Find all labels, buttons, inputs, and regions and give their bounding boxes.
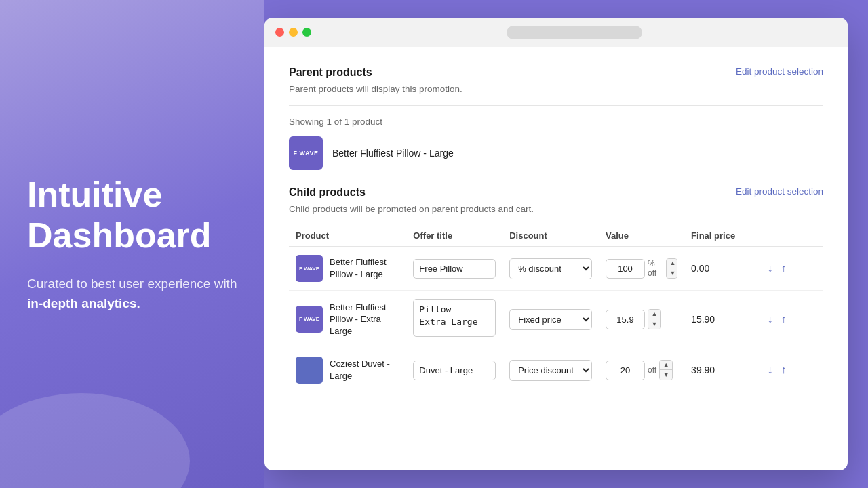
row1-move-down[interactable]: ↓	[766, 261, 774, 276]
row3-thumb: — —	[296, 357, 323, 384]
row2-value-cell: ▲ ▼	[599, 291, 684, 348]
row3-stepper: ▲ ▼	[659, 360, 673, 380]
row1-stepper-up[interactable]: ▲	[667, 259, 677, 268]
row1-value-suffix: % off	[648, 259, 663, 278]
parent-section-title: Parent products	[289, 66, 372, 79]
parent-product-thumb: F WAVE	[289, 136, 323, 170]
table-row: — — Coziest Duvet - Large % discount Fix…	[289, 348, 823, 392]
window-wrap: Parent products Edit product selection P…	[264, 0, 868, 488]
child-section-title: Child products	[289, 186, 366, 199]
row2-stepper-up[interactable]: ▲	[648, 310, 660, 319]
row2-discount-select[interactable]: % discount Fixed price Price discount	[509, 309, 592, 330]
row1-final-price: 0.00	[691, 263, 709, 274]
close-button[interactable]	[275, 28, 284, 37]
window-content: Parent products Edit product selection P…	[264, 47, 848, 470]
row1-final-cell: 0.00	[684, 247, 759, 291]
row1-product-cell: F WAVE Better Fluffiest Pillow - Large	[289, 247, 406, 291]
row2-actions-cell: ↓ ↑	[759, 291, 823, 348]
parent-product-row: F WAVE Better Fluffiest Pillow - Large	[289, 136, 823, 170]
row1-actions-cell: ↓ ↑	[759, 247, 823, 291]
child-edit-link[interactable]: Edit product selection	[736, 186, 823, 197]
row3-actions-cell: ↓ ↑	[759, 348, 823, 392]
row3-product-cell: — — Coziest Duvet - Large	[289, 348, 406, 392]
row1-stepper-down[interactable]: ▼	[667, 268, 677, 278]
row1-stepper: ▲ ▼	[666, 258, 677, 279]
row1-value-input[interactable]	[606, 259, 645, 279]
hero-title: Intuitive Dashboard	[27, 175, 237, 256]
products-table: Product Offer title Discount Value Final…	[289, 225, 823, 392]
row1-move-up[interactable]: ↑	[779, 261, 787, 276]
row2-stepper-down[interactable]: ▼	[648, 319, 660, 329]
child-section-desc: Child products will be promoted on paren…	[289, 204, 823, 214]
row2-final-price: 15.90	[691, 314, 715, 325]
row3-value-wrapper: off ▲ ▼	[606, 360, 677, 380]
row1-value-wrapper: % off ▲ ▼	[606, 258, 677, 279]
maximize-button[interactable]	[302, 28, 311, 37]
parent-edit-link[interactable]: Edit product selection	[736, 66, 823, 77]
row3-final-cell: 39.90	[684, 348, 759, 392]
row2-product-cell: F WAVE Better Fluffiest Pillow - Extra L…	[289, 291, 406, 348]
row3-stepper-down[interactable]: ▼	[660, 370, 672, 380]
col-header-discount: Discount	[502, 225, 599, 247]
child-section-header: Child products Edit product selection	[289, 186, 823, 199]
row1-offer-input[interactable]	[413, 259, 496, 279]
minimize-button[interactable]	[289, 28, 298, 37]
row2-move-down[interactable]: ↓	[766, 312, 774, 327]
row3-actions: ↓ ↑	[766, 363, 816, 378]
row2-offer-cell: Pillow - Extra Large	[406, 291, 502, 348]
row3-discount-cell: % discount Fixed price Price discount	[502, 348, 599, 392]
row2-value-wrapper: ▲ ▼	[606, 309, 677, 329]
showing-count: Showing 1 of 1 product	[289, 117, 823, 127]
row3-move-up[interactable]: ↑	[779, 363, 787, 378]
parent-divider	[289, 105, 823, 106]
row1-offer-cell	[406, 247, 502, 291]
row2-final-cell: 15.90	[684, 291, 759, 348]
row1-product-info: F WAVE Better Fluffiest Pillow - Large	[296, 255, 399, 282]
row2-product-info: F WAVE Better Fluffiest Pillow - Extra L…	[296, 302, 399, 338]
col-header-final: Final price	[684, 225, 759, 247]
titlebar-center	[311, 26, 837, 39]
row2-product-name: Better Fluffiest Pillow - Extra Large	[330, 302, 399, 338]
col-header-product: Product	[289, 225, 406, 247]
row3-value-cell: off ▲ ▼	[599, 348, 684, 392]
row1-discount-cell: % discount Fixed price Price discount	[502, 247, 599, 291]
row1-discount-select[interactable]: % discount Fixed price Price discount	[509, 258, 592, 279]
parent-section-header: Parent products Edit product selection	[289, 66, 823, 79]
col-header-actions	[759, 225, 823, 247]
row3-stepper-up[interactable]: ▲	[660, 361, 672, 370]
titlebar	[264, 18, 848, 47]
traffic-lights	[275, 28, 311, 37]
row3-offer-input[interactable]	[413, 361, 496, 380]
left-panel: Intuitive Dashboard Curated to best user…	[0, 0, 264, 488]
row2-stepper: ▲ ▼	[648, 309, 661, 329]
row3-move-down[interactable]: ↓	[766, 363, 774, 378]
parent-section-desc: Parent products will display this promot…	[289, 84, 823, 94]
table-row: F WAVE Better Fluffiest Pillow - Extra L…	[289, 291, 823, 348]
row1-thumb: F WAVE	[296, 255, 323, 282]
row2-thumb: F WAVE	[296, 306, 323, 333]
row3-discount-select[interactable]: % discount Fixed price Price discount	[509, 360, 592, 381]
app-window: Parent products Edit product selection P…	[264, 18, 848, 470]
row3-final-price: 39.90	[691, 365, 715, 375]
parent-product-name: Better Fluffiest Pillow - Large	[332, 148, 454, 159]
row3-value-suffix: off	[648, 365, 656, 375]
row3-offer-cell	[406, 348, 502, 392]
row3-product-info: — — Coziest Duvet - Large	[296, 357, 399, 384]
row2-actions: ↓ ↑	[766, 312, 816, 327]
url-bar[interactable]	[507, 26, 642, 39]
row2-move-up[interactable]: ↑	[779, 312, 787, 327]
table-row: F WAVE Better Fluffiest Pillow - Large %…	[289, 247, 823, 291]
row2-offer-input[interactable]: Pillow - Extra Large	[413, 299, 496, 337]
row3-value-input[interactable]	[606, 361, 645, 380]
row1-value-cell: % off ▲ ▼	[599, 247, 684, 291]
table-header-row: Product Offer title Discount Value Final…	[289, 225, 823, 247]
row3-product-name: Coziest Duvet - Large	[330, 358, 399, 382]
row1-product-name: Better Fluffiest Pillow - Large	[330, 256, 399, 280]
row2-value-input[interactable]	[606, 310, 645, 329]
col-header-offer: Offer title	[406, 225, 502, 247]
hero-description: Curated to best user experience with in-…	[27, 274, 237, 313]
col-header-value: Value	[599, 225, 684, 247]
row2-discount-cell: % discount Fixed price Price discount	[502, 291, 599, 348]
row1-actions: ↓ ↑	[766, 261, 816, 276]
